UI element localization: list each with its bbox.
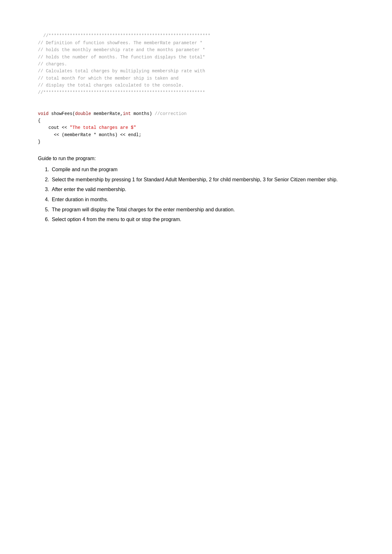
guide-list-item-5: The program will display the Total charg… (51, 206, 360, 214)
param2: months) (131, 111, 152, 116)
cout-line: cout << (38, 125, 70, 130)
keyword-int: int (123, 111, 131, 116)
calc-line: << (memberRate * months) << endl; (38, 132, 142, 137)
guide-section: Guide to run the program: Compile and ru… (38, 154, 360, 224)
code-block: //**************************************… (38, 25, 360, 146)
keyword-void: void (38, 111, 49, 116)
brace-open: { (38, 118, 40, 123)
string-literal: "The total charges are $" (70, 125, 136, 130)
guide-list-item-2: Select the membership by pressing 1 for … (51, 176, 360, 184)
comment-stars-top: //**************************************… (38, 33, 210, 95)
guide-list: Compile and run the programSelect the me… (51, 166, 360, 224)
guide-list-item-6: Select option 4 from the menu to quit or… (51, 215, 360, 224)
inline-comment: //correction (152, 111, 186, 116)
brace-close: } (38, 139, 40, 144)
guide-list-item-1: Compile and run the program (51, 166, 360, 174)
param1: memberRate, (91, 111, 123, 116)
guide-list-item-3: After enter the valid membership. (51, 185, 360, 194)
keyword-double: double (75, 111, 91, 116)
func-call: showFees( (49, 111, 75, 116)
guide-list-item-4: Enter duration in months. (51, 196, 360, 204)
guide-title: Guide to run the program: (38, 154, 360, 163)
